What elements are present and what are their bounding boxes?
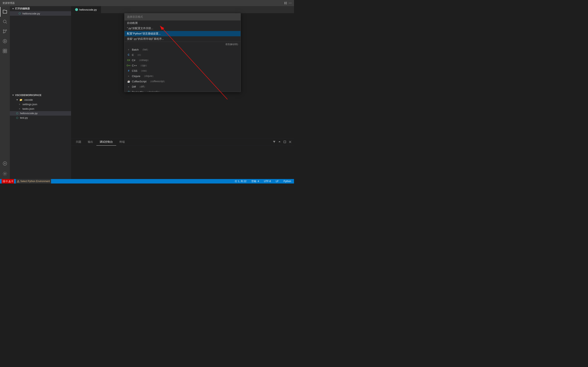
open-editor-name: hellovscode.py (22, 12, 40, 15)
activity-remote[interactable] (0, 159, 10, 169)
cmd-py-search[interactable]: 搜索".py"的应用市场扩展程序... (125, 36, 241, 42)
activity-search[interactable] (0, 17, 10, 26)
svg-rect-1 (286, 2, 287, 3)
workspace-chevron: ▼ (11, 94, 15, 97)
panel-tab-terminal[interactable]: 终端 (116, 138, 128, 146)
cmd-diff-label: Diff (132, 85, 137, 88)
title-bar: 资源管理器 (0, 0, 294, 6)
svg-point-8 (3, 30, 4, 31)
test-py[interactable]: ⬡ test.py (10, 116, 71, 120)
workspace-section[interactable]: ▼ VSCODEWORKSPACE (10, 93, 71, 98)
status-language[interactable]: Python (282, 179, 292, 184)
settings-json[interactable]: ≡ settings.json (10, 102, 71, 107)
cmd-coffeescript-label: CoffeeScript (132, 80, 147, 83)
cmd-clojure[interactable]: ≡ Clojure （clojure） (125, 73, 241, 79)
spaces-text: 空格: 4 (251, 180, 259, 183)
activity-settings[interactable] (0, 169, 10, 179)
editor-tab-hellovscode[interactable]: hellovscode.py (71, 6, 101, 13)
terminal-label: 终端 (120, 140, 125, 144)
status-line-ending[interactable]: LF (275, 179, 280, 184)
activity-explorer[interactable] (0, 7, 10, 17)
main-area: ▼ 打开的编辑器 ⬡ hellovscode.py ▼ VSCODEWORKSP… (0, 6, 294, 179)
command-palette-input[interactable] (127, 15, 238, 18)
tab-bar: hellovscode.py (71, 6, 294, 13)
panel-tab-debug-console[interactable]: 调试控制台 (96, 138, 116, 146)
cmd-c[interactable]: C C （c） (125, 52, 241, 58)
cmd-diff[interactable]: ≡ Diff （diff） (125, 84, 241, 89)
open-editors-label: 打开的编辑器 (15, 7, 30, 10)
status-encoding[interactable]: UTF-8 (263, 179, 272, 184)
select-python-env-label: Select Python Environment (20, 180, 50, 183)
tab-label: hellovscode.py (79, 8, 97, 11)
error-count: 0 (6, 180, 8, 183)
cmd-batch-label: Batch (132, 48, 139, 51)
cmd-dockerfile-label: Dockerfile (132, 91, 144, 92)
status-line-col[interactable]: 行 1, 列 22 (233, 179, 248, 184)
panel-up-btn[interactable] (277, 140, 282, 144)
cmd-csharp[interactable]: C# C# （csharp） (125, 58, 241, 63)
cmd-section-header: 语言(标识符) (125, 42, 241, 47)
cmd-css[interactable]: # CSS （css） (125, 68, 241, 73)
cmd-css-id: （css） (140, 69, 148, 73)
svg-rect-19 (284, 141, 286, 143)
panel-tabs: 问题 输出 调试控制台 终端 (71, 138, 294, 146)
open-editors-tree: ⬡ hellovscode.py (10, 11, 71, 93)
activity-run[interactable] (0, 36, 10, 46)
vscode-folder[interactable]: ▼ 📁 .vscode (10, 98, 71, 102)
command-palette: 自动检测 ".py"的配置文件关联... 配置"Python"语言基础设置...… (124, 13, 241, 92)
open-editor-hellovscode[interactable]: ⬡ hellovscode.py (10, 11, 71, 16)
cmd-cpp[interactable]: C++ C++ （cpp） (125, 63, 241, 68)
python-icon: ⬡ (16, 112, 19, 115)
editor-content[interactable]: 自动检测 ".py"的配置文件关联... 配置"Python"语言基础设置...… (71, 13, 294, 138)
clojure-icon: ≡ (127, 75, 130, 78)
svg-rect-14 (5, 51, 7, 53)
layout-icon[interactable] (284, 2, 287, 4)
cmd-csharp-label: C# (132, 59, 136, 62)
sidebar: ▼ 打开的编辑器 ⬡ hellovscode.py ▼ VSCODEWORKSP… (10, 6, 71, 179)
open-editors-section[interactable]: ▼ 打开的编辑器 (10, 6, 71, 11)
python-icon-2: ⬡ (16, 116, 19, 119)
workspace-tree: ▼ 📁 .vscode ≡ settings.json ≡ tasks.json… (10, 98, 71, 179)
svg-rect-13 (3, 51, 5, 53)
python-file-icon: ⬡ (18, 12, 21, 15)
error-icon (3, 180, 5, 183)
svg-point-16 (4, 173, 6, 174)
bottom-panel: 问题 输出 调试控制台 终端 (71, 138, 294, 179)
cmd-py-config[interactable]: ".py"的配置文件关联... (125, 26, 241, 31)
activity-extensions[interactable] (0, 46, 10, 56)
vscode-folder-chevron: ▼ (16, 98, 19, 101)
tasks-json[interactable]: ≡ tasks.json (10, 107, 71, 111)
cmd-coffeescript-id: （coffeescript） (149, 80, 166, 83)
cmd-coffeescript[interactable]: ☕ CoffeeScript （coffeescript） (125, 79, 241, 84)
cmd-python-basic[interactable]: 配置"Python"语言基础设置... (125, 31, 241, 36)
cmd-dockerfile[interactable]: 🐳 Dockerfile （dockerfile） (125, 89, 241, 92)
more-actions-icon[interactable] (289, 2, 292, 4)
panel-content (71, 146, 294, 179)
hellovscode-py[interactable]: ⬡ hellovscode.py (10, 111, 71, 116)
svg-rect-0 (285, 2, 285, 4)
title-bar-text: 资源管理器 (2, 1, 15, 5)
app-container: 资源管理器 (0, 0, 294, 184)
cmd-py-search-label: 搜索".py"的应用市场扩展程序... (127, 37, 164, 41)
cmd-batch[interactable]: ≡ Batch （bat） (125, 47, 241, 52)
open-editors-chevron: ▼ (11, 7, 15, 10)
activity-source-control[interactable] (0, 26, 10, 36)
panel-tab-problems[interactable]: 问题 (73, 138, 85, 146)
status-python-env[interactable]: Select Python Environment (16, 179, 51, 184)
coffeescript-icon: ☕ (127, 80, 130, 83)
command-input-wrapper (125, 13, 241, 20)
panel-close-btn[interactable] (288, 140, 292, 144)
cmd-cpp-label: C++ (132, 64, 138, 67)
json-icon: ≡ (18, 103, 21, 106)
panel-filter-btn[interactable] (272, 140, 277, 144)
editor-area: hellovscode.py 自动检测 (71, 6, 294, 179)
cmd-auto-detect-label: 自动检测 (127, 21, 138, 25)
debug-console-label: 调试控制台 (100, 140, 113, 144)
status-errors[interactable]: 0 0 (2, 179, 14, 184)
cmd-auto-detect[interactable]: 自动检测 (125, 20, 241, 26)
activity-bar (0, 6, 10, 179)
panel-tab-output[interactable]: 输出 (85, 138, 96, 146)
panel-maximize-btn[interactable] (283, 140, 287, 144)
status-spaces[interactable]: 空格: 4 (250, 179, 260, 184)
tab-python-icon (75, 8, 78, 11)
